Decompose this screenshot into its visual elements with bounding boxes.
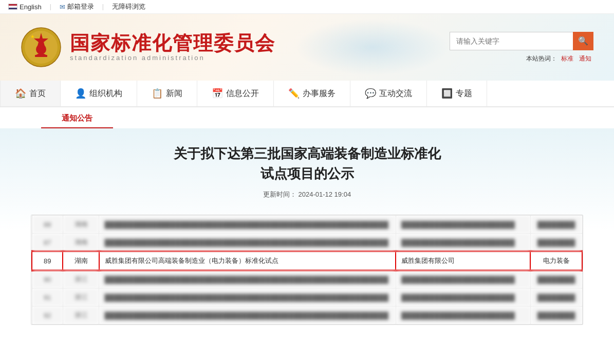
- nav-label-special: 专题: [456, 88, 472, 99]
- cell-num: 92: [32, 306, 63, 324]
- english-label: English: [20, 3, 42, 11]
- nav-label-home: 首页: [29, 88, 46, 99]
- cell-type: ████████: [530, 289, 582, 306]
- meta-date: 2024-01-12 19:04: [298, 190, 351, 198]
- logo-en: standardization administration: [70, 54, 275, 62]
- info-icon: 📅: [212, 88, 223, 99]
- table-row: 88 湖南 ██████████████████████████████████…: [32, 216, 582, 234]
- svg-point-3: [36, 44, 46, 54]
- breadcrumb-label: 通知公告: [62, 113, 92, 127]
- cell-project: ████████████████████████████████████████…: [99, 306, 396, 324]
- logo-section: 国家标准化管理委员会 standardization administratio…: [21, 27, 275, 68]
- hot-word-2[interactable]: 通知: [579, 55, 591, 62]
- language-switch[interactable]: English: [8, 3, 42, 11]
- search-bar: 🔍: [450, 32, 593, 50]
- cell-company: ████████████████████████: [396, 216, 530, 234]
- flag-icon: [8, 4, 17, 10]
- highlight-cell-project: 威胜集团有限公司高端装备制造业（电力装备）标准化试点: [99, 252, 396, 270]
- cell-project: ████████████████████████████████████████…: [99, 216, 396, 234]
- cell-province: 湖南: [63, 216, 99, 234]
- cell-province: 浙江: [63, 289, 99, 306]
- search-button[interactable]: 🔍: [573, 32, 593, 50]
- logo-text: 国家标准化管理委员会 standardization administratio…: [70, 33, 275, 62]
- breadcrumb: 通知公告: [41, 107, 113, 128]
- search-input[interactable]: [450, 32, 573, 50]
- table-row: 90 浙江 ██████████████████████████████████…: [32, 270, 582, 289]
- hot-keywords: 本站热词： 标准 通知: [526, 54, 593, 63]
- home-icon: 🏠: [15, 88, 26, 99]
- table-row: 91 浙江 ██████████████████████████████████…: [32, 289, 582, 306]
- data-table-container: 88 湖南 ██████████████████████████████████…: [31, 215, 583, 325]
- main-content: 关于拟下达第三批国家高端装备制造业标准化 试点项目的公示 更新时间： 2024-…: [0, 128, 614, 335]
- cell-type: ████████: [530, 306, 582, 324]
- nav-item-info[interactable]: 📅 信息公开: [197, 81, 274, 106]
- title-line1: 关于拟下达第三批国家高端装备制造业标准化: [174, 146, 441, 161]
- cell-type: ████████: [530, 216, 582, 234]
- nav-item-service[interactable]: ✏️ 办事服务: [274, 81, 350, 106]
- highlight-cell-company: 威胜集团有限公司: [396, 252, 530, 270]
- logo-cn: 国家标准化管理委员会: [70, 33, 275, 54]
- cell-company: ████████████████████████: [396, 234, 530, 252]
- mail-login[interactable]: ✉ 邮箱登录: [60, 2, 94, 11]
- cell-province: 浙江: [63, 270, 99, 289]
- cell-province: 湖南: [63, 234, 99, 252]
- cell-num: 87: [32, 234, 63, 252]
- cell-company: ████████████████████████: [396, 289, 530, 306]
- national-emblem: [21, 27, 62, 68]
- article-title: 关于拟下达第三批国家高端装备制造业标准化 试点项目的公示: [31, 144, 583, 184]
- cell-type: ████████: [530, 270, 582, 289]
- breadcrumb-section: 通知公告: [0, 107, 614, 128]
- cell-company: ████████████████████████: [396, 306, 530, 324]
- nav-item-special[interactable]: 🔲 专题: [427, 81, 487, 106]
- meta-label: 更新时间：: [263, 190, 296, 198]
- table-row: 87 湖南 ██████████████████████████████████…: [32, 234, 582, 252]
- cell-company: ████████████████████████: [396, 270, 530, 289]
- nav-label-info: 信息公开: [226, 88, 259, 99]
- article-meta: 更新时间： 2024-01-12 19:04: [31, 190, 583, 199]
- hot-label: 本站热词：: [526, 55, 557, 62]
- divider-2: |: [102, 3, 104, 10]
- org-icon: 👤: [75, 88, 86, 99]
- hot-word-1[interactable]: 标准: [561, 55, 573, 62]
- cell-type: ████████: [530, 234, 582, 252]
- title-line2: 试点项目的公示: [261, 166, 354, 181]
- news-icon: 📋: [152, 88, 163, 99]
- nav-item-news[interactable]: 📋 新闻: [137, 81, 197, 106]
- nav-label-interaction: 互动交流: [379, 88, 412, 99]
- header-right: 🔍 本站热词： 标准 通知: [450, 32, 593, 63]
- cell-num: 88: [32, 216, 63, 234]
- nav-item-home[interactable]: 🏠 首页: [0, 81, 61, 106]
- highlight-cell-type: 电力装备: [530, 252, 582, 270]
- nav-item-interaction[interactable]: 💬 互动交流: [350, 81, 427, 106]
- nav-label-news: 新闻: [166, 88, 182, 99]
- accessible-label: 无障碍浏览: [112, 2, 145, 11]
- special-icon: 🔲: [441, 88, 453, 99]
- interaction-icon: 💬: [365, 88, 376, 99]
- cell-province: 浙江: [63, 306, 99, 324]
- top-bar: English | ✉ 邮箱登录 | 无障碍浏览: [0, 0, 614, 14]
- accessible-browse[interactable]: 无障碍浏览: [112, 2, 145, 11]
- cell-num: 90: [32, 270, 63, 289]
- table-row: 92 浙江 ██████████████████████████████████…: [32, 306, 582, 324]
- site-header: 国家标准化管理委员会 standardization administratio…: [0, 14, 614, 81]
- highlight-cell-num: 89: [32, 252, 63, 270]
- data-table: 88 湖南 ██████████████████████████████████…: [31, 215, 583, 324]
- cell-project: ████████████████████████████████████████…: [99, 289, 396, 306]
- highlighted-table-row: 89 湖南 威胜集团有限公司高端装备制造业（电力装备）标准化试点 威胜集团有限公…: [32, 252, 582, 270]
- cell-num: 91: [32, 289, 63, 306]
- cell-project: ████████████████████████████████████████…: [99, 270, 396, 289]
- service-icon: ✏️: [288, 88, 300, 99]
- svg-rect-4: [35, 55, 47, 57]
- highlight-cell-province: 湖南: [63, 252, 99, 270]
- mail-label: 邮箱登录: [67, 2, 94, 11]
- divider-1: |: [50, 3, 51, 10]
- nav-item-org[interactable]: 👤 组织机构: [61, 81, 137, 106]
- search-icon: 🔍: [578, 36, 588, 46]
- nav-label-service: 办事服务: [303, 88, 336, 99]
- cell-project: ████████████████████████████████████████…: [99, 234, 396, 252]
- nav-label-org: 组织机构: [89, 88, 122, 99]
- mail-icon: ✉: [60, 3, 65, 11]
- main-nav: 🏠 首页 👤 组织机构 📋 新闻 📅 信息公开 ✏️ 办事服务 💬 互动交流 🔲…: [0, 81, 614, 107]
